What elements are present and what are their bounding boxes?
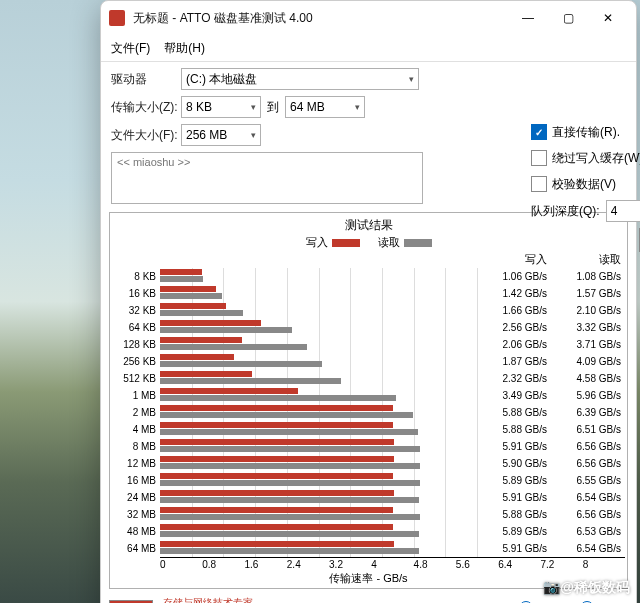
queue-depth-select[interactable]: 4▾ bbox=[606, 200, 640, 222]
settings-form: 驱动器 (C:) 本地磁盘▾ 传输大小(Z): 8 KB▾ 到 64 MB▾ 文… bbox=[101, 62, 636, 212]
app-window: 无标题 - ATTO 磁盘基准测试 4.00 — ▢ ✕ 文件(F) 帮助(H)… bbox=[100, 0, 637, 603]
value-header: 写入 读取 bbox=[112, 252, 625, 267]
window-title: 无标题 - ATTO 磁盘基准测试 4.00 bbox=[133, 10, 508, 27]
transfer-size-label: 传输大小(Z): bbox=[111, 99, 181, 116]
x-axis: 00.81.62.43.244.85.66.47.28 bbox=[160, 557, 625, 570]
chevron-down-icon: ▾ bbox=[409, 74, 414, 84]
options-group: ✓直接传输(R). 绕过写入缓存(W) 校验数据(V) 队列深度(Q): 4▾ … bbox=[531, 122, 640, 252]
menu-bar: 文件(F) 帮助(H) bbox=[101, 35, 636, 62]
transfer-from-select[interactable]: 8 KB▾ bbox=[181, 96, 261, 118]
minimize-button[interactable]: — bbox=[508, 4, 548, 32]
drive-label: 驱动器 bbox=[111, 71, 181, 88]
read-values: 1.08 GB/s1.57 GB/s2.10 GB/s3.32 GB/s3.71… bbox=[551, 268, 625, 557]
chevron-down-icon: ▾ bbox=[251, 102, 256, 112]
chevron-down-icon: ▾ bbox=[355, 102, 360, 112]
file-size-label: 文件大小(F): bbox=[111, 127, 181, 144]
maximize-button[interactable]: ▢ bbox=[548, 4, 588, 32]
atto-slogan: 存储与网络技术专家 www.atto.com bbox=[163, 597, 253, 603]
chevron-down-icon: ▾ bbox=[251, 130, 256, 140]
title-bar[interactable]: 无标题 - ATTO 磁盘基准测试 4.00 — ▢ ✕ bbox=[101, 1, 636, 35]
file-size-select[interactable]: 256 MB▾ bbox=[181, 124, 261, 146]
app-icon bbox=[109, 10, 125, 26]
close-button[interactable]: ✕ bbox=[588, 4, 628, 32]
legend-write-swatch bbox=[332, 239, 360, 247]
drive-select[interactable]: (C:) 本地磁盘▾ bbox=[181, 68, 419, 90]
write-values: 1.06 GB/s1.42 GB/s1.66 GB/s2.56 GB/s2.06… bbox=[477, 268, 551, 557]
desktop-background: 无标题 - ATTO 磁盘基准测试 4.00 — ▢ ✕ 文件(F) 帮助(H)… bbox=[0, 0, 640, 603]
chart-panel: 测试结果 写入 读取 写入 读取 8 KB16 KB32 KB64 KB128 … bbox=[109, 212, 628, 589]
atto-badge: ATTO bbox=[109, 600, 153, 604]
direct-io-checkbox[interactable]: ✓ bbox=[531, 124, 547, 140]
menu-file[interactable]: 文件(F) bbox=[111, 40, 150, 57]
transfer-to-label: 到 bbox=[267, 99, 279, 116]
menu-help[interactable]: 帮助(H) bbox=[164, 40, 205, 57]
verify-data-checkbox[interactable] bbox=[531, 176, 547, 192]
bypass-cache-checkbox[interactable] bbox=[531, 150, 547, 166]
legend-read-swatch bbox=[404, 239, 432, 247]
transfer-to-select[interactable]: 64 MB▾ bbox=[285, 96, 365, 118]
description-box[interactable]: << miaoshu >> bbox=[111, 152, 423, 204]
watermark: 📷@稀饭数码 bbox=[543, 579, 630, 597]
y-axis-labels: 8 KB16 KB32 KB64 KB128 KB256 KB512 KB1 M… bbox=[112, 268, 160, 557]
bars-area bbox=[160, 268, 477, 557]
queue-depth-label: 队列深度(Q): bbox=[531, 203, 600, 220]
chart-body: 8 KB16 KB32 KB64 KB128 KB256 KB512 KB1 M… bbox=[112, 268, 625, 557]
